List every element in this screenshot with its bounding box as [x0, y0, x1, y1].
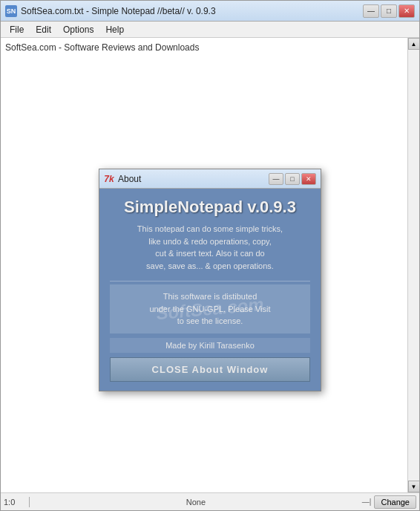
- maximize-button[interactable]: □: [381, 4, 397, 18]
- dialog-icon: 7k: [104, 174, 114, 184]
- menu-bar: File Edit Options Help: [1, 22, 419, 38]
- status-separator-1: [29, 497, 30, 507]
- menu-options[interactable]: Options: [57, 23, 99, 36]
- status-bar: 1:0 None —| Change: [1, 492, 419, 510]
- license-text: This software is distibutedunder the GNU…: [116, 290, 304, 328]
- license-section: This software is distibutedunder the GNU…: [110, 284, 310, 333]
- main-close-button[interactable]: ✕: [398, 4, 415, 18]
- dialog-overlay: 7k About — □ ✕: [1, 38, 419, 492]
- dialog-divider-1: [110, 281, 310, 281]
- window-controls: — □ ✕: [363, 4, 415, 18]
- main-title-bar: SN SoftSea.com.txt - Simple Notepad //be…: [1, 1, 419, 22]
- minimize-button[interactable]: —: [363, 4, 379, 18]
- menu-help[interactable]: Help: [99, 23, 130, 36]
- dialog-title-text: About: [118, 174, 141, 184]
- cursor-position: 1:0: [4, 498, 26, 507]
- dialog-maximize-button[interactable]: □: [285, 173, 300, 185]
- close-about-button[interactable]: CLOSE About Window: [110, 357, 310, 382]
- menu-file[interactable]: File: [4, 23, 30, 36]
- dialog-minimize-button[interactable]: —: [269, 173, 283, 185]
- dialog-body: SimpleNotepad v.0.9.3 This notepad can d…: [99, 189, 321, 391]
- window-title: SoftSea.com.txt - Simple Notepad //beta/…: [21, 6, 216, 16]
- about-dialog: 7k About — □ ✕: [99, 169, 321, 391]
- main-window: SN SoftSea.com.txt - Simple Notepad //be…: [0, 0, 420, 511]
- made-by-text: Made by Kirill Tarasenko: [110, 338, 310, 353]
- change-encoding-button[interactable]: Change: [374, 495, 416, 509]
- text-editor-area[interactable]: SoftSea.com - Software Reviews and Downl…: [1, 38, 419, 492]
- dialog-title-left: 7k About: [104, 174, 141, 184]
- app-description: This notepad can do some simple tricks,l…: [110, 223, 310, 272]
- menu-edit[interactable]: Edit: [30, 23, 57, 36]
- title-bar-left: SN SoftSea.com.txt - Simple Notepad //be…: [5, 5, 216, 17]
- dialog-controls: — □ ✕: [269, 173, 316, 185]
- status-arrow: —|: [362, 498, 372, 506]
- dialog-close-x-button[interactable]: ✕: [301, 173, 316, 185]
- app-name-label: SimpleNotepad v.0.9.3: [110, 198, 310, 217]
- app-icon: SN: [5, 5, 17, 17]
- dialog-title-bar: 7k About — □ ✕: [99, 169, 321, 189]
- encoding-label: None: [33, 498, 359, 507]
